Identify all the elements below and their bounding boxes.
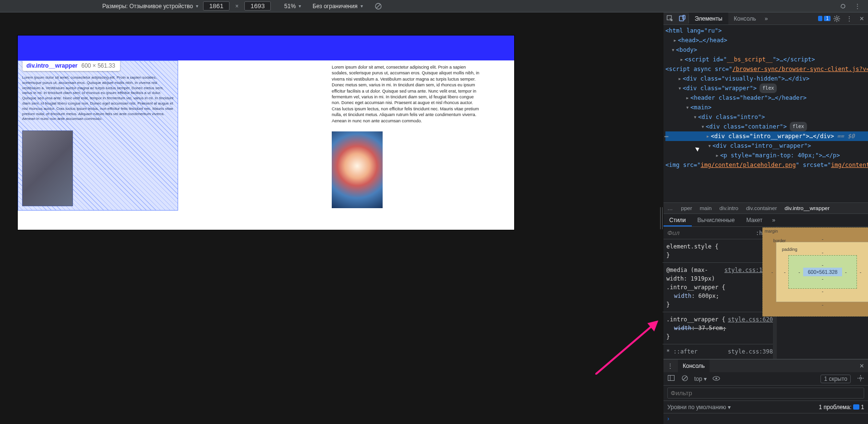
svg-rect-17 [668,376,675,381]
crumb-item-active[interactable]: div.intro__wrapper [784,205,830,211]
rule-selector[interactable]: .intro__wrapper { [666,283,773,292]
inspect-icon[interactable] [663,12,676,24]
tab-styles[interactable]: Стили [663,214,692,226]
page-canvas: div.intro__wrapper 600 × 561.33 Lorem ip… [18,35,514,230]
svg-line-1 [376,4,380,8]
dom-tree[interactable]: <html lang="ru"> ▸<head>…</head> ▾<body>… [663,25,868,202]
crumb-item[interactable]: pper [681,205,692,211]
dom-script-async[interactable]: <script async src="/browser-sync/browser… [665,64,868,74]
twisty-icon[interactable]: ▾ [700,122,706,131]
chat-icon [853,404,859,410]
svg-point-6 [836,17,838,20]
issues-icon[interactable]: 1 [818,12,831,24]
styles-tabs-overflow-icon[interactable]: » [768,217,779,224]
console-settings-icon[interactable] [856,375,864,383]
problems-link[interactable]: 1 проблема: 1 [819,404,865,411]
annotation-arrow [595,317,659,376]
hidden-count[interactable]: 1 скрыто [820,375,851,383]
dom-body[interactable]: <body> [676,45,697,55]
device-select[interactable]: Размеры: Отзывчивое устройство [102,3,198,10]
log-levels-select[interactable]: Уровни по умолчанию ▾ [667,404,731,411]
dom-script-bs[interactable]: <script id="__bs_script__">…</script> [685,55,815,64]
tab-console[interactable]: Консоль [728,12,762,24]
viewport-height-input[interactable] [244,1,271,11]
drawer-tab-console[interactable]: Консоль [678,360,710,372]
flex-badge[interactable]: flex [760,83,777,93]
console-prompt[interactable]: › [663,413,868,424]
dom-html[interactable]: <html lang="ru"> [665,26,722,35]
rule-selector[interactable]: * ::after [666,348,698,355]
dom-selected-row[interactable]: ⋯ ▸ <div class="intro__wrapper">…</div> … [665,131,868,141]
console-sidebar-icon[interactable] [667,375,675,382]
crumb-item[interactable]: main [700,205,712,211]
viewport-width-input[interactable] [203,1,229,11]
twisty-icon[interactable]: ▸ [679,55,685,64]
pane-splitter[interactable] [659,12,663,424]
intro-right-lorem: Lorem ipsum dolor sit amet, consectetur … [332,64,481,124]
dom-header[interactable]: <header class="header">…</header> [690,93,807,103]
styles-tabs: Стили Вычисленные Макет » [663,214,868,227]
box-model-content-size: 600×561.328 [803,268,843,276]
live-expression-icon[interactable] [712,376,720,382]
header-kebab-icon[interactable]: ⋮ [843,12,856,24]
context-select[interactable]: top ▾ [694,376,707,382]
close-devtools-icon[interactable]: ✕ [856,12,868,24]
zoom-select[interactable]: 51% [284,3,301,10]
css-declaration-overridden[interactable]: width: 37.5rem; [666,324,773,332]
drawer-close-icon[interactable]: ✕ [859,363,864,369]
css-declaration[interactable]: width: 600px; [666,292,773,300]
flex-badge[interactable]: flex [790,122,807,131]
styles-toolbar: :hov .cls + [663,227,777,239]
kebab-icon[interactable]: ⋮ [854,2,861,10]
twisty-icon[interactable]: ▸ [705,131,711,141]
device-mode-icon[interactable] [676,12,688,24]
tab-elements[interactable]: Элементы [689,12,728,24]
dom-wrapper[interactable]: <div class="wrapper"> [683,83,757,93]
twisty-icon[interactable]: ▸ [714,151,720,160]
twisty-icon[interactable]: ▾ [692,112,698,122]
svg-line-13 [838,16,839,17]
crumb-ellipsis[interactable]: … [667,205,674,211]
twisty-icon[interactable]: ▾ [677,83,683,93]
dom-main[interactable]: <main> [690,103,711,112]
rule-selector[interactable]: .intro__wrapper { [666,316,725,323]
rule-element-style[interactable]: element.style { [666,242,773,251]
twisty-icon[interactable]: ▸ [672,35,678,45]
twisty-icon[interactable]: ▸ [685,93,690,103]
drawer-kebab-icon[interactable]: ⋮ [667,363,673,369]
twisty-icon[interactable]: ▾ [685,103,690,112]
tab-layout[interactable]: Макет [740,214,768,226]
dom-container[interactable]: <div class="container"> [706,122,787,131]
throttle-select[interactable]: Без ограничения [313,3,363,10]
box-model-margin-label: margin [765,229,778,234]
tab-computed[interactable]: Вычисленные [692,214,741,226]
dom-img[interactable]: <img src="img/content/placeholder.png" s… [665,160,868,170]
element-tooltip: div.intro__wrapper 600 × 561.33 [23,60,120,71]
crumb-item[interactable]: div.container [746,205,777,211]
styles-filter-input[interactable] [667,229,749,236]
console-filter-input[interactable] [667,388,864,399]
twisty-icon[interactable]: ▾ [707,141,712,151]
dom-intro-wrapper-2[interactable]: <div class="intro__wrapper"> [712,141,811,151]
devtools-header: Элементы Консоль » 1 ⋮ ✕ [663,12,868,25]
crumb-item[interactable]: div.intro [719,205,738,211]
rule-source-link[interactable]: style.css:398 [728,347,773,356]
tabs-overflow-icon[interactable]: » [762,12,771,24]
dom-breadcrumbs[interactable]: … pper main div.intro div.container div.… [663,202,868,214]
rotate-icon[interactable] [839,2,847,10]
dom-visually-hidden[interactable]: <div class="visually-hidden">…</div> [683,74,809,83]
tooltip-selector: div.intro__wrapper [26,62,77,69]
svg-line-14 [834,20,835,21]
dom-p-styled[interactable]: <p style="margin-top: 40px;">…</p> [720,151,840,160]
css-rules-pane[interactable]: :hov .cls + element.style { } style.css:… [663,227,777,359]
clear-console-icon[interactable] [681,375,688,383]
twisty-icon[interactable]: ▸ [677,74,683,83]
dom-head[interactable]: <head>…</head> [678,35,727,45]
svg-rect-4 [679,16,684,21]
settings-gear-icon[interactable] [831,12,843,24]
dom-intro[interactable]: <div class="intro"> [698,112,765,122]
tooltip-dims: 600 × 561.33 [81,62,115,69]
twisty-icon[interactable]: ▾ [670,45,676,55]
no-network-icon[interactable] [374,2,382,10]
intro-left-placeholder-image [22,130,73,206]
